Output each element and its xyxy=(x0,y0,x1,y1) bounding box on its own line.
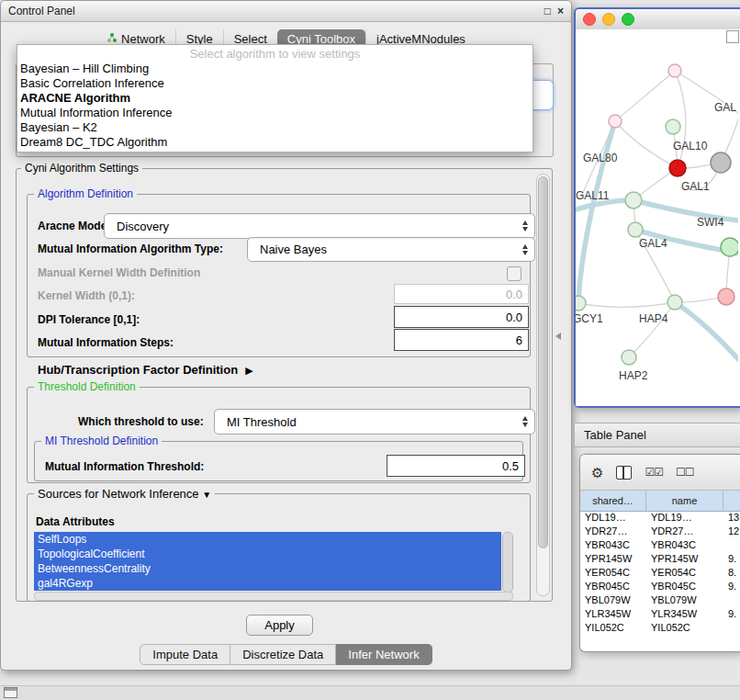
table-row[interactable]: YBL079W YBL079W xyxy=(580,594,740,608)
network-canvas[interactable]: GAL80 GAL10 GAL1 GAL11 SWI4 GAL4 GCY1 HA… xyxy=(576,29,740,406)
gear-icon[interactable]: ⚙ xyxy=(591,466,603,480)
network-node-labels: GAL80 GAL10 GAL1 GAL11 SWI4 GAL4 GCY1 HA… xyxy=(576,101,736,382)
table-row[interactable]: YIL052C YIL052C xyxy=(580,622,740,636)
network-node[interactable] xyxy=(628,222,643,237)
table-row[interactable]: YBR043C YBR043C xyxy=(580,539,740,553)
table-row[interactable]: YBR045C YBR045C 9. xyxy=(580,581,740,594)
attributes-list-scrollbar[interactable] xyxy=(502,532,513,593)
table-row[interactable]: YDL19… YDL19… 13 xyxy=(580,512,740,525)
algorithm-placeholder-option[interactable]: Select algorithm to view settings xyxy=(17,46,533,62)
sources-legend[interactable]: Sources for Network Inference ▼ xyxy=(34,487,215,501)
network-node[interactable] xyxy=(667,295,682,310)
algorithm-option[interactable]: Bayesian – Hill Climbing xyxy=(17,62,533,76)
kernel-width-label: Kernel Width (0,1): xyxy=(38,289,135,302)
mi-threshold-field[interactable]: 0.5 xyxy=(387,455,525,477)
hub-section-label[interactable]: Hub/Transcription Factor Definition▶ xyxy=(38,363,253,377)
algorithm-option[interactable]: Mutual Information Inference xyxy=(17,106,533,120)
cell: YDL19… xyxy=(646,512,723,525)
network-node[interactable] xyxy=(622,350,636,365)
network-node-red[interactable] xyxy=(669,160,686,176)
aracne-mode-value: Discovery xyxy=(117,220,169,233)
status-strip xyxy=(0,685,740,700)
dpi-tolerance-field[interactable]: 0.0 xyxy=(394,306,529,328)
cell: 9. xyxy=(723,608,740,622)
aracne-mode-combobox[interactable]: Discovery xyxy=(104,213,535,239)
cell: YIL052C xyxy=(646,622,723,636)
algorithm-option[interactable]: Dream8 DC_TDC Algorithm xyxy=(17,135,533,150)
aracne-mode-label: Aracne Mode: xyxy=(38,220,110,232)
cell: YER054C xyxy=(580,567,646,581)
minimized-panel-icon[interactable] xyxy=(4,687,17,698)
attribute-item[interactable]: TopologicalCoefficient xyxy=(34,547,501,561)
cell: YBR045C xyxy=(646,581,723,594)
algorithm-option-selected[interactable]: ARACNE Algorithm xyxy=(17,91,533,106)
network-node-gray[interactable] xyxy=(711,152,731,173)
node-label: GAL4 xyxy=(639,237,667,250)
cell: YLR345W xyxy=(580,608,646,622)
network-node[interactable] xyxy=(609,115,622,128)
network-node[interactable] xyxy=(666,119,680,134)
attribute-item[interactable]: BetweennessCentrality xyxy=(34,561,501,576)
cell: YBL079W xyxy=(646,594,723,608)
network-node[interactable] xyxy=(721,238,738,256)
deselect-all-rows-icon[interactable]: ☐☐ xyxy=(676,467,694,478)
node-label: HAP2 xyxy=(619,369,648,382)
settings-scrollbar[interactable] xyxy=(536,174,550,596)
table-row[interactable]: YDR27… YDR27… 12 xyxy=(580,525,740,539)
which-threshold-label: Which threshold to use: xyxy=(78,415,204,428)
column-header-partial[interactable] xyxy=(723,491,740,511)
window-title: Control Panel xyxy=(8,5,538,17)
attributes-list-hscrollbar[interactable] xyxy=(34,592,513,601)
close-window-icon[interactable]: × xyxy=(557,5,564,17)
canvas-corner-box xyxy=(726,30,739,43)
float-window-icon[interactable]: □ xyxy=(544,5,551,17)
zoom-button[interactable] xyxy=(622,13,634,26)
close-button[interactable] xyxy=(583,13,596,26)
table-row[interactable]: YER054C YER054C 8. xyxy=(580,567,740,581)
tab-discretize-data[interactable]: Discretize Data xyxy=(230,644,336,665)
network-node[interactable] xyxy=(625,192,642,209)
network-node[interactable] xyxy=(576,296,586,310)
network-node[interactable] xyxy=(718,288,734,305)
algorithm-option[interactable]: Bayesian – K2 xyxy=(17,120,533,135)
network-view-window: GAL80 GAL10 GAL1 GAL11 SWI4 GAL4 GCY1 HA… xyxy=(574,7,740,408)
select-all-rows-icon[interactable]: ☑☑ xyxy=(645,467,663,478)
table-header-row: shared… name xyxy=(580,491,740,512)
sources-legend-text: Sources for Network Inference xyxy=(38,487,199,501)
mi-steps-label: Mutual Information Steps: xyxy=(38,336,174,349)
network-node[interactable] xyxy=(668,64,681,77)
minimize-button[interactable] xyxy=(602,13,615,26)
expand-right-icon[interactable]: ▶ xyxy=(245,365,252,377)
mi-steps-field[interactable]: 6 xyxy=(394,329,529,351)
attribute-item[interactable]: gal4RGexp xyxy=(34,576,501,591)
column-header-name[interactable]: name xyxy=(646,491,723,511)
attribute-item[interactable]: SelfLoops xyxy=(34,532,501,547)
tab-infer-network[interactable]: Infer Network xyxy=(336,644,432,665)
collapse-down-icon[interactable]: ▼ xyxy=(202,490,211,500)
node-label: GAL80 xyxy=(583,152,618,164)
panel-divider-handle[interactable] xyxy=(555,333,561,340)
which-threshold-combobox[interactable]: MI Threshold xyxy=(214,409,535,435)
manual-kernel-width-checkbox[interactable] xyxy=(507,266,521,281)
mi-algorithm-type-combobox[interactable]: Naive Bayes xyxy=(247,237,535,262)
data-attributes-list: SelfLoops TopologicalCoefficient Between… xyxy=(34,532,501,591)
settings-scrollbar-thumb[interactable] xyxy=(538,176,548,548)
control-panel-titlebar[interactable]: Control Panel □ × xyxy=(1,1,571,22)
table-panel-header[interactable]: Table Panel xyxy=(574,423,740,447)
apply-button[interactable]: Apply xyxy=(246,615,313,636)
cell: YPR145W xyxy=(580,553,646,567)
node-label: GCY1 xyxy=(576,312,603,325)
table-row[interactable]: YLR345W YLR345W 9. xyxy=(580,608,740,622)
dpi-tolerance-value: 0.0 xyxy=(506,310,522,324)
column-header-shared-name[interactable]: shared… xyxy=(580,491,646,511)
columns-icon[interactable] xyxy=(616,466,632,480)
cell: 9. xyxy=(723,581,740,594)
algorithm-option[interactable]: Basic Correlation Inference xyxy=(17,76,533,91)
cell: YDR27… xyxy=(580,525,646,539)
network-window-titlebar[interactable] xyxy=(576,9,740,30)
kernel-width-field[interactable]: 0.0 xyxy=(394,284,529,304)
table-row[interactable]: YPR145W YPR145W 9. xyxy=(580,553,740,567)
cell: YBR043C xyxy=(580,539,646,553)
tab-impute-data[interactable]: Impute Data xyxy=(140,644,230,665)
cell: 9. xyxy=(723,553,740,567)
